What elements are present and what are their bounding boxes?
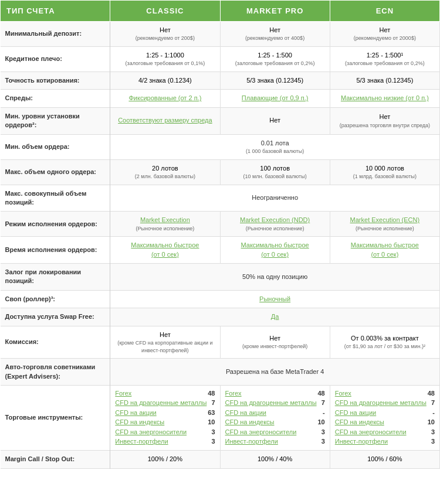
instrument-name[interactable]: Инвест-портфели	[115, 437, 168, 446]
instrument-count: 3	[321, 437, 325, 446]
cell-market-pro: Market Execution (NDD)(Рыночное исполнен…	[220, 212, 330, 237]
link-c3[interactable]: Максимально низкие (от 0 п.)	[341, 94, 429, 101]
instrument-name[interactable]: CFD на акции	[225, 408, 266, 417]
colspan-link-cell[interactable]: Да	[110, 308, 440, 326]
instrument-name[interactable]: CFD на драгоценные металлы	[115, 399, 207, 407]
instrument-count: 10	[208, 418, 215, 427]
row-label: Доступна услуга Swap Free:	[1, 308, 110, 326]
link-c2[interactable]: Плавающие (от 0,9 п.)	[242, 94, 309, 101]
margin-cell-1: 100% / 40%	[220, 451, 330, 468]
instruments-row: Торговые инструменты:Forex48CFD на драго…	[1, 385, 440, 450]
comparison-table: ТИП СЧЕТА CLASSIC MARKET PRO ECN Минимал…	[0, 0, 440, 469]
table-row: Макс. совокупный объем позиций:Неогранич…	[1, 185, 440, 212]
instrument-name[interactable]: CFD на драгоценные металлы	[225, 399, 317, 407]
colspan-link-cell[interactable]: Рыночный	[110, 290, 440, 308]
col-classic: CLASSIC	[110, 1, 220, 22]
instrument-count: 3	[211, 428, 215, 437]
row-label: Залог при локировании позиций:	[1, 264, 110, 291]
instrument-name[interactable]: CFD на энергоносители	[225, 428, 297, 437]
table-row: Своп (роллер)³:Рыночный	[1, 290, 440, 308]
link-c2[interactable]: Market Execution (NDD)	[240, 216, 310, 223]
instrument-item: CFD на драгоценные металлы7	[225, 399, 325, 407]
cell-classic: Market Execution(Рыночное исполнение)	[110, 212, 220, 237]
cell-ecn: 5/3 знака (0.12345)	[330, 71, 439, 89]
instrument-count: 10	[318, 418, 325, 427]
instrument-item: CFD на энергоносители3	[115, 428, 215, 437]
cell-classic: Нет(кроме CFD на корпоративные акции и и…	[110, 326, 220, 359]
instrument-item: CFD на акции63	[115, 408, 215, 417]
instrument-name[interactable]: Инвест-портфели	[335, 437, 388, 446]
cell-market-pro: Нет(кроме инвест-портфелей)	[220, 326, 330, 359]
row-label: Точность котирования:	[1, 71, 110, 89]
instrument-item: Инвест-портфели3	[225, 437, 325, 446]
row-label: Авто-торговля советниками (Expert Advise…	[1, 359, 110, 386]
header-row: ТИП СЧЕТА CLASSIC MARKET PRO ECN	[1, 1, 440, 22]
instrument-name[interactable]: CFD на энергоносители	[115, 428, 187, 437]
margin-cell-0: 100% / 20%	[110, 451, 220, 468]
instrument-count: 3	[431, 437, 435, 446]
row-label: Мин. уровни установки ордеров²:	[1, 107, 110, 134]
table-row: Спреды:Фиксированные (от 2 п.)Плавающие …	[1, 90, 440, 107]
table-row: Мин. уровни установки ордеров²:Соответст…	[1, 107, 440, 134]
row-label: Мин. объем ордера:	[1, 134, 110, 159]
colspan-link[interactable]: Да	[271, 313, 279, 320]
link-c2-2[interactable]: (от 0 сек)	[261, 251, 289, 258]
instruments-cell-c2: Forex48CFD на драгоценные металлы7CFD на…	[220, 385, 330, 450]
col-ecn: ECN	[330, 1, 439, 22]
instrument-item: Инвест-портфели3	[115, 437, 215, 446]
instrument-name[interactable]: CFD на энергоносители	[335, 428, 407, 437]
instrument-item: Forex48	[115, 389, 215, 398]
instrument-name[interactable]: CFD на акции	[115, 408, 156, 417]
instrument-count: 48	[428, 389, 435, 398]
instrument-name[interactable]: Forex	[115, 389, 131, 398]
instrument-name[interactable]: CFD на индексы	[335, 418, 384, 427]
instrument-item: CFD на энергоносители3	[225, 428, 325, 437]
cell-market-pro: Максимально быстрое(от 0 сек)	[220, 237, 330, 264]
row-label: Минимальный депозит:	[1, 22, 110, 47]
instrument-item: CFD на драгоценные металлы7	[335, 399, 435, 407]
cell-market-pro: Плавающие (от 0,9 п.)	[220, 90, 330, 107]
colspan-link[interactable]: Рыночный	[259, 295, 290, 302]
instrument-name[interactable]: CFD на индексы	[115, 418, 164, 427]
colspan-cell: 0.01 лота(1 000 базовой валюты)	[110, 134, 440, 159]
link-c1[interactable]: Соответствуют размеру спреда	[118, 117, 212, 124]
link-c2[interactable]: Максимально быстрое	[241, 241, 309, 248]
instrument-name[interactable]: CFD на акции	[335, 408, 376, 417]
instruments-cell-c3: Forex48CFD на драгоценные металлы7CFD на…	[330, 385, 439, 450]
table-row: Минимальный депозит:Нет(рекомендуемо от …	[1, 22, 440, 47]
instrument-item: Forex48	[335, 389, 435, 398]
instrument-name[interactable]: CFD на драгоценные металлы	[335, 399, 427, 407]
cell-market-pro: 5/3 знака (0.12345)	[220, 71, 330, 89]
table-row: Макс. объем одного ордера:20 лотов(2 млн…	[1, 159, 440, 185]
link-c1-2[interactable]: (от 0 сек)	[151, 251, 179, 258]
link-c3[interactable]: Market Execution (ECN)	[350, 216, 420, 223]
instrument-count: 48	[318, 389, 325, 398]
instrument-name[interactable]: Инвест-портфели	[225, 437, 278, 446]
cell-ecn: 1:25 - 1:500¹(залоговые требования от 0,…	[330, 46, 439, 71]
link-c3-2[interactable]: (от 0 сек)	[371, 251, 398, 258]
link-c1[interactable]: Market Execution	[140, 216, 190, 223]
table-row: Комиссия:Нет(кроме CFD на корпоративные …	[1, 326, 440, 359]
table-row: Доступна услуга Swap Free:Да	[1, 308, 440, 326]
link-c1[interactable]: Фиксированные (от 2 п.)	[128, 94, 201, 101]
cell-market-pro: 100 лотов(10 млн. базовой валюты)	[220, 159, 330, 185]
cell-ecn: Нет(рекомендуемо от 2000$)	[330, 22, 439, 47]
instrument-count: 63	[208, 408, 215, 417]
instrument-item: CFD на энергоносители3	[335, 428, 435, 437]
row-label: Спреды:	[1, 90, 110, 107]
link-c3[interactable]: Максимально быстрое	[351, 241, 419, 248]
table-row: Точность котирования:4/2 знака (0.1234)5…	[1, 71, 440, 89]
row-label: Своп (роллер)³:	[1, 290, 110, 308]
link-c1[interactable]: Максимально быстрое	[131, 241, 199, 248]
table-row: Мин. объем ордера:0.01 лота(1 000 базово…	[1, 134, 440, 159]
instrument-item: CFD на акции-	[335, 408, 435, 417]
instrument-name[interactable]: CFD на индексы	[225, 418, 275, 427]
row-label: Кредитное плечо:	[1, 46, 110, 71]
instrument-item: Инвест-портфели3	[335, 437, 435, 446]
cell-ecn: Максимально низкие (от 0 п.)	[330, 90, 439, 107]
instrument-count: 3	[321, 428, 325, 437]
margin-row: Margin Call / Stop Out:100% / 20%100% / …	[1, 451, 440, 468]
table-row: Время исполнения ордеров:Максимально быс…	[1, 237, 440, 264]
instrument-name[interactable]: Forex	[225, 389, 242, 398]
instrument-name[interactable]: Forex	[335, 389, 351, 398]
